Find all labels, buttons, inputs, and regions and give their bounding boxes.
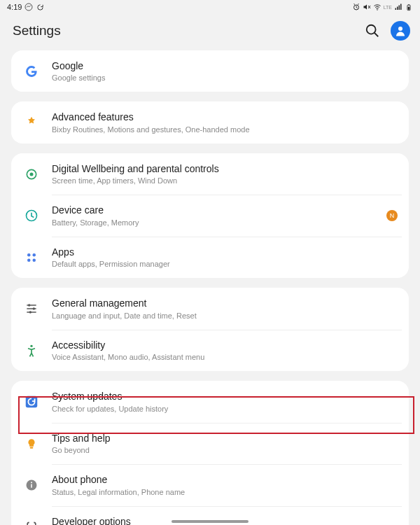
tips-icon [20, 438, 43, 450]
digital-wellbeing-icon [20, 167, 43, 181]
svg-point-18 [30, 344, 32, 346]
sync-icon [36, 3, 44, 11]
accessibility-icon [20, 344, 43, 358]
svg-rect-20 [30, 447, 34, 448]
about-phone-icon [20, 479, 43, 491]
row-subtitle: Bixby Routines, Motions and gestures, On… [52, 125, 398, 134]
svg-point-23 [31, 482, 32, 483]
settings-card: Google Google settings [11, 50, 409, 92]
status-time: 4:19 [7, 3, 22, 11]
svg-rect-4 [408, 4, 410, 5]
svg-rect-19 [26, 396, 38, 408]
row-subtitle: Status, Legal information, Phone name [52, 487, 398, 497]
svg-point-7 [398, 27, 402, 31]
row-title: Google [52, 59, 398, 72]
row-subtitle: Google settings [52, 73, 398, 83]
settings-row-advanced-features[interactable]: Advanced features Bixby Routines, Motion… [11, 102, 409, 143]
device-care-icon [20, 209, 43, 223]
row-subtitle: Default apps, Permission manager [52, 259, 398, 269]
settings-card: System updates Check for updates, Update… [11, 381, 409, 525]
row-subtitle: Language and input, Date and time, Reset [52, 311, 398, 321]
status-bar: 4:19 LTE [0, 0, 420, 13]
settings-row-tips-help[interactable]: Tips and help Go beyond [11, 423, 409, 464]
settings-row-general-management[interactable]: General management Language and input, D… [11, 288, 409, 329]
settings-row-system-updates[interactable]: System updates Check for updates, Update… [11, 381, 409, 422]
signal-icon [394, 3, 402, 11]
row-title: System updates [52, 390, 398, 402]
apps-icon [20, 251, 43, 264]
settings-row-google[interactable]: Google Google settings [11, 50, 409, 92]
row-title: Tips and help [52, 432, 398, 444]
svg-point-12 [33, 253, 36, 257]
search-button[interactable] [364, 22, 381, 39]
svg-point-9 [30, 172, 34, 176]
alarm-icon [352, 3, 360, 11]
svg-point-13 [27, 258, 31, 262]
settings-row-accessibility[interactable]: Accessibility Voice Assistant, Mono audi… [11, 330, 409, 371]
general-management-icon [20, 302, 43, 316]
row-title: Digital Wellbeing and parental controls [52, 162, 398, 175]
account-icon [394, 24, 407, 37]
home-indicator[interactable] [172, 520, 248, 523]
row-subtitle: Voice Assistant, Mono audio, Assistant m… [52, 352, 398, 362]
advanced-features-icon [20, 115, 43, 130]
messenger-icon [24, 3, 33, 11]
row-title: Accessibility [52, 339, 398, 351]
row-subtitle: Battery, Storage, Memory [52, 218, 381, 227]
search-icon [365, 23, 380, 38]
settings-row-device-care[interactable]: Device care Battery, Storage, Memory N [11, 195, 409, 236]
svg-point-6 [367, 25, 376, 34]
wifi-icon [373, 3, 382, 11]
svg-rect-22 [31, 484, 32, 488]
system-updates-icon [20, 394, 43, 410]
battery-icon [405, 3, 413, 11]
row-subtitle: Screen time, App timers, Wind Down [52, 176, 398, 186]
svg-point-16 [33, 307, 35, 309]
row-title: General management [52, 297, 398, 309]
mute-icon [363, 3, 371, 11]
page-title: Settings [13, 23, 61, 38]
svg-point-15 [28, 304, 30, 306]
row-title: About phone [52, 473, 398, 486]
account-button[interactable] [391, 21, 410, 41]
settings-card: Digital Wellbeing and parental controls … [11, 153, 409, 278]
row-subtitle: Go beyond [52, 445, 398, 455]
settings-card: Advanced features Bixby Routines, Motion… [11, 102, 409, 143]
svg-point-11 [27, 253, 31, 257]
developer-options-icon [20, 520, 43, 525]
svg-point-14 [33, 258, 36, 262]
settings-row-about-phone[interactable]: About phone Status, Legal information, P… [11, 464, 409, 505]
settings-card: General management Language and input, D… [11, 288, 409, 371]
svg-rect-5 [408, 6, 410, 9]
settings-header: Settings [0, 13, 420, 50]
google-icon [20, 64, 43, 78]
row-title: Advanced features [52, 111, 398, 123]
row-title: Apps [52, 246, 398, 258]
settings-row-apps[interactable]: Apps Default apps, Permission manager [11, 237, 409, 278]
notification-badge: N [386, 210, 398, 221]
settings-row-digital-wellbeing[interactable]: Digital Wellbeing and parental controls … [11, 153, 409, 195]
row-title: Device care [52, 204, 381, 216]
svg-point-17 [29, 311, 31, 313]
row-subtitle: Check for updates, Update history [52, 404, 398, 414]
svg-point-2 [377, 9, 378, 10]
network-label: LTE [384, 5, 392, 10]
